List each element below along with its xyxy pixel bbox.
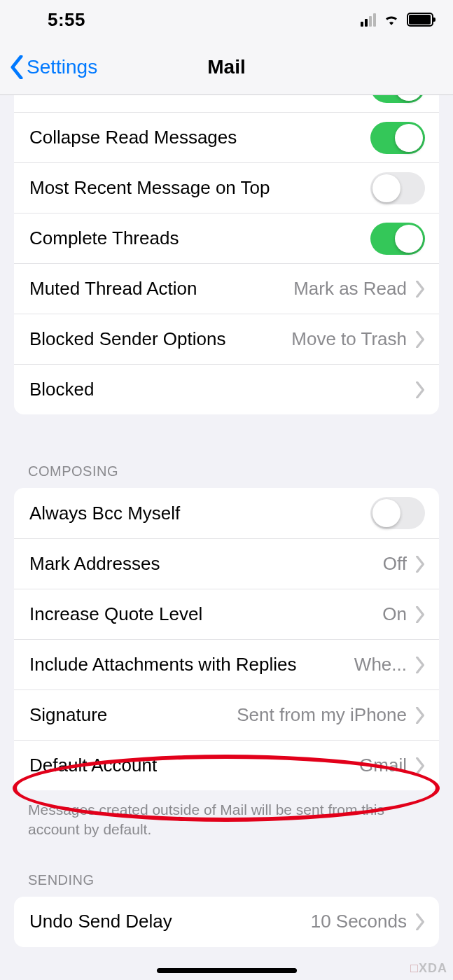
home-indicator[interactable] — [157, 968, 297, 973]
row-value: Mark as Read — [293, 278, 407, 300]
row-label: Collapse Read Messages — [29, 127, 237, 148]
battery-icon — [407, 13, 433, 27]
row-value: 10 Seconds — [311, 911, 407, 932]
row-value: Sent from my iPhone — [237, 704, 407, 726]
toggle-switch[interactable] — [370, 223, 425, 255]
increase-quote-level-row[interactable]: Increase Quote Level On — [14, 589, 439, 639]
blocked-sender-options-row[interactable]: Blocked Sender Options Move to Trash — [14, 314, 439, 364]
row-label: Default Account — [29, 755, 157, 776]
row-label: Blocked — [29, 379, 95, 400]
collapse-read-messages-row[interactable]: Collapse Read Messages — [14, 112, 439, 162]
row-value: Move to Trash — [291, 328, 407, 350]
row-label: Mark Addresses — [29, 553, 160, 575]
back-label: Settings — [27, 56, 97, 78]
row-value: Whe... — [354, 654, 407, 676]
row-label: Muted Thread Action — [29, 278, 197, 300]
content-scroll[interactable]: Collapse Read Messages Most Recent Messa… — [0, 95, 453, 980]
always-bcc-myself-row[interactable]: Always Bcc Myself — [14, 488, 439, 538]
default-account-row[interactable]: Default Account Gmail — [14, 740, 439, 790]
row-label: Most Recent Message on Top — [29, 177, 270, 199]
wifi-icon — [383, 11, 400, 28]
mark-addresses-row[interactable]: Mark Addresses Off — [14, 538, 439, 589]
nav-bar: Settings Mail — [0, 39, 453, 95]
composing-footer: Messages created outside of Mail will be… — [0, 790, 453, 865]
chevron-right-icon — [415, 281, 425, 298]
row-label: Complete Threads — [29, 227, 179, 249]
row-label: Signature — [29, 704, 107, 726]
undo-send-delay-row[interactable]: Undo Send Delay 10 Seconds — [14, 897, 439, 947]
chevron-left-icon — [10, 55, 24, 79]
complete-threads-row[interactable]: Complete Threads — [14, 213, 439, 263]
toggle-switch[interactable] — [370, 122, 425, 154]
status-icons — [361, 11, 433, 28]
row-label: Include Attachments with Replies — [29, 654, 297, 676]
toggle-switch[interactable] — [370, 497, 425, 529]
threading-row-partial[interactable] — [14, 95, 439, 112]
most-recent-message-on-top-row[interactable]: Most Recent Message on Top — [14, 162, 439, 213]
chevron-right-icon — [415, 556, 425, 573]
chevron-right-icon — [415, 382, 425, 398]
row-value: Gmail — [359, 755, 407, 776]
row-value: Off — [383, 553, 407, 575]
screen: 5:55 Settings Mail — [0, 0, 453, 980]
status-time: 5:55 — [20, 9, 85, 31]
toggle-switch[interactable] — [370, 95, 425, 103]
back-button[interactable]: Settings — [10, 55, 97, 79]
signature-row[interactable]: Signature Sent from my iPhone — [14, 690, 439, 740]
watermark: □XDA — [410, 961, 447, 976]
chevron-right-icon — [415, 331, 425, 348]
chevron-right-icon — [415, 913, 425, 930]
chevron-right-icon — [415, 606, 425, 623]
row-label: Increase Quote Level — [29, 603, 202, 625]
cellular-icon — [361, 13, 376, 27]
composing-group: Always Bcc Myself Mark Addresses Off Inc… — [14, 488, 439, 790]
row-value: On — [382, 603, 407, 625]
threading-group: Collapse Read Messages Most Recent Messa… — [14, 95, 439, 414]
row-label: Undo Send Delay — [29, 911, 172, 932]
chevron-right-icon — [415, 757, 425, 774]
page-title: Mail — [207, 56, 245, 78]
sending-group: Undo Send Delay 10 Seconds — [14, 897, 439, 947]
muted-thread-action-row[interactable]: Muted Thread Action Mark as Read — [14, 263, 439, 314]
sending-header: SENDING — [0, 865, 453, 897]
chevron-right-icon — [415, 657, 425, 673]
status-bar: 5:55 — [0, 0, 453, 39]
chevron-right-icon — [415, 707, 425, 724]
composing-header: COMPOSING — [0, 456, 453, 488]
blocked-row[interactable]: Blocked — [14, 364, 439, 414]
include-attachments-with-replies-row[interactable]: Include Attachments with Replies Whe... — [14, 639, 439, 690]
toggle-switch[interactable] — [370, 172, 425, 204]
row-label: Blocked Sender Options — [29, 328, 225, 350]
row-label: Always Bcc Myself — [29, 503, 180, 524]
